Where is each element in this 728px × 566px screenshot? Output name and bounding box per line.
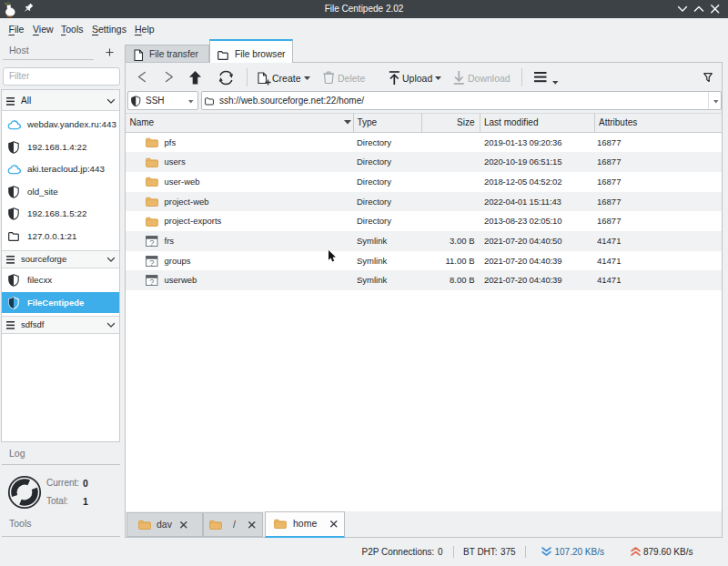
svg-text:?: ? bbox=[149, 278, 154, 287]
svg-text:?: ? bbox=[149, 258, 154, 267]
svg-text:?: ? bbox=[149, 238, 154, 247]
